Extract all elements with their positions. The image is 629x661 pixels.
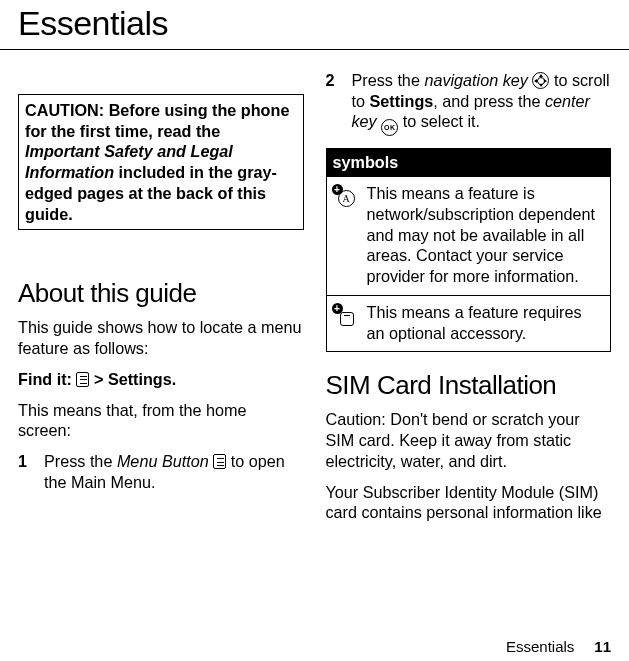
menu-button-icon (76, 372, 89, 387)
means-line: This means that, from the home screen: (18, 400, 304, 441)
caution-box: CAUTION: Before using the phone for the … (18, 94, 304, 230)
caution-lead: CAUTION: (25, 101, 109, 119)
symbols-row1-text: This means a feature is network/subscrip… (367, 183, 605, 287)
symbols-row-1: + A This means a feature is network/subs… (327, 176, 611, 295)
symbols-icon-accessory: + (333, 302, 359, 343)
s2-d: Settings (370, 92, 434, 110)
sim-heading: SIM Card Installation (326, 370, 612, 401)
step-2-num: 2 (326, 70, 338, 136)
s2-e: , and press the (433, 92, 545, 110)
sim-caution: Caution: Don't bend or scratch your SIM … (326, 409, 612, 471)
footer-page: 11 (594, 638, 611, 655)
about-intro: This guide shows how to locate a menu fe… (18, 317, 304, 358)
symbols-row2-text: This means a feature requires an optiona… (367, 302, 605, 343)
footer-section: Essentials (506, 638, 574, 655)
right-column: 2 Press the navigation key to scroll to … (326, 70, 612, 533)
symbols-row-2: + This means a feature requires an optio… (327, 295, 611, 351)
network-feature-icon: + A (333, 185, 355, 207)
sim-caution-lead: Caution: (326, 410, 391, 428)
page-footer: Essentials11 (506, 638, 611, 655)
s2-a: Press the (352, 71, 425, 89)
menu-button-icon (213, 454, 226, 469)
content-columns: CAUTION: Before using the phone for the … (0, 50, 629, 533)
about-heading: About this guide (18, 278, 304, 309)
page-title: Essentials (0, 0, 629, 47)
symbols-head: symbols (327, 149, 611, 176)
step-1-body: Press the Menu Button to open the Main M… (44, 451, 304, 492)
step-1-num: 1 (18, 451, 30, 492)
s2-b: navigation key (424, 71, 528, 89)
step-2-body: Press the navigation key to scroll to Se… (352, 70, 612, 136)
s1-b: Menu Button (117, 452, 209, 470)
step-2: 2 Press the navigation key to scroll to … (326, 70, 612, 136)
symbols-icon-network: + A (333, 183, 359, 287)
symbols-table: symbols + A This means a feature is netw… (326, 148, 612, 352)
findit-target: Settings. (108, 370, 176, 388)
accessory-icon: + (333, 304, 355, 326)
center-key-icon: OK (381, 119, 398, 136)
findit-lead: Find it: (18, 370, 76, 388)
s2-g: to select it. (398, 112, 480, 130)
find-it-line: Find it: > Settings. (18, 369, 304, 390)
findit-sep: > (89, 370, 107, 388)
sim-body: Your Subscriber Identity Module (SIM) ca… (326, 482, 612, 523)
s1-a: Press the (44, 452, 117, 470)
step-1: 1 Press the Menu Button to open the Main… (18, 451, 304, 492)
navigation-key-icon (532, 72, 549, 89)
left-column: CAUTION: Before using the phone for the … (18, 70, 304, 533)
